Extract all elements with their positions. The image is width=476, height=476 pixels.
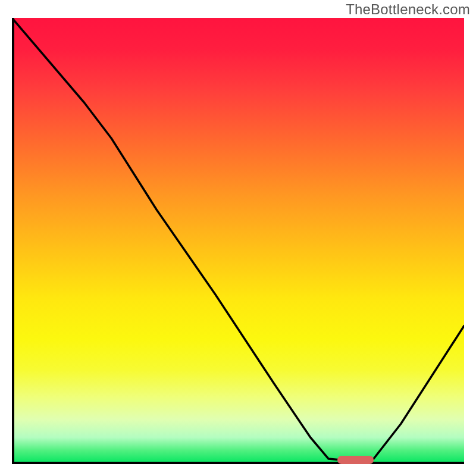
optimal-marker — [337, 456, 374, 464]
chart-container: TheBottleneck.com — [0, 0, 476, 476]
curve-svg — [12, 18, 464, 464]
watermark-text: TheBottleneck.com — [346, 1, 470, 18]
bottleneck-curve — [12, 18, 464, 460]
